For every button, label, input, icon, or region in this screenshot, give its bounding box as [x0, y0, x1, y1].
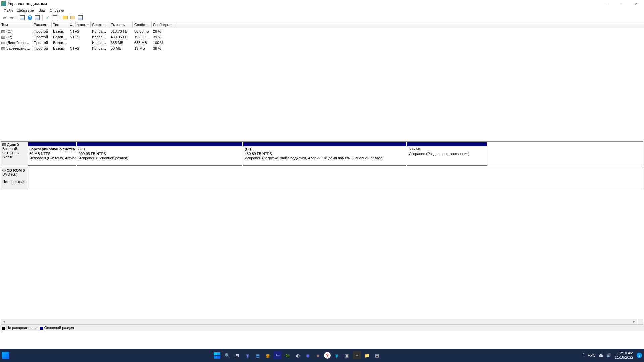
partition-block[interactable]: 635 МБИсправен (Раздел восстановления) — [407, 142, 487, 166]
partition-block[interactable]: Зарезервировано системой50 МБ NTFSИсправ… — [28, 142, 76, 166]
maximize-button[interactable]: □ — [613, 0, 629, 7]
toolbar-separator — [60, 15, 60, 21]
taskbar-app-anydesk[interactable]: ▣ — [343, 351, 351, 359]
back-button[interactable] — [2, 15, 8, 21]
window-title: Управление дисками — [8, 1, 47, 6]
scroll-corner — [638, 319, 643, 325]
search-button[interactable]: 🔍 — [223, 351, 231, 359]
attach-vhd-button[interactable] — [62, 15, 68, 21]
close-button[interactable]: ✕ — [629, 0, 644, 7]
partition-strip — [27, 167, 643, 190]
menu-help[interactable]: Справка — [48, 8, 66, 13]
clock-date: 11/18/2022 — [615, 355, 633, 360]
forward-button[interactable] — [9, 15, 15, 21]
taskbar-app-minecraft[interactable]: ◆ — [314, 351, 322, 359]
widgets-button[interactable] — [2, 352, 9, 359]
horizontal-scrollbar[interactable] — [1, 319, 637, 325]
disk-info: CD-ROM 0DVD (G:)Нет носителя — [1, 167, 27, 190]
toolbar-separator — [42, 15, 43, 21]
disk-row[interactable]: CD-ROM 0DVD (G:)Нет носителя — [1, 167, 643, 190]
col-volume[interactable]: Том — [0, 22, 32, 28]
menu-view[interactable]: Вид — [36, 8, 47, 13]
taskbar-app-terminal[interactable]: ▪ — [353, 351, 361, 359]
minimize-button[interactable]: — — [598, 0, 613, 7]
network-icon[interactable]: 🖧 — [599, 353, 603, 358]
col-spacer — [175, 22, 644, 28]
settings-button[interactable] — [77, 15, 83, 21]
help-button[interactable]: ? — [27, 15, 33, 21]
col-free[interactable]: Свобод... — [133, 22, 152, 28]
volume-list: Том Располо... Тип Файловая с... Состоян… — [0, 22, 644, 140]
volume-list-header: Том Располо... Тип Файловая с... Состоян… — [0, 22, 644, 28]
partition-block[interactable]: (E:)499.95 ГБ NTFSИсправен (Основной раз… — [77, 142, 242, 166]
taskbar-app-steam[interactable]: ◐ — [294, 351, 302, 359]
col-layout[interactable]: Располо... — [32, 22, 52, 28]
system-tray: ˄ РУС 🖧 🔊 12:10 AM 11/18/2022 3 — [582, 351, 642, 360]
disk-graphic-view: Диск 0Базовый931.51 ГБВ сетиЗарезервиров… — [0, 141, 644, 319]
detach-vhd-button[interactable] — [70, 15, 76, 21]
cdrom-icon — [2, 169, 6, 172]
hdd-icon — [2, 143, 6, 146]
taskbar-clock[interactable]: 12:10 AM 11/18/2022 — [615, 351, 633, 360]
toolbar-separator — [17, 15, 17, 21]
clock-time: 12:10 AM — [615, 351, 633, 355]
legend-unallocated: Не распределена — [2, 326, 37, 330]
taskbar-app-explorer[interactable]: 📁 — [363, 351, 371, 359]
language-indicator[interactable]: РУС — [588, 353, 596, 358]
taskbar-app-discord[interactable]: ◉ — [304, 351, 312, 359]
taskbar-app-paint[interactable]: ▦ — [264, 351, 272, 359]
taskbar-app-notepad[interactable]: ▤ — [254, 351, 262, 359]
toolbar: ? — [0, 13, 644, 22]
partition-color-bar — [28, 142, 76, 146]
task-view-button[interactable]: ⊞ — [233, 351, 241, 359]
menu-action[interactable]: Действие — [15, 8, 36, 13]
taskbar-app-yandex[interactable]: Y — [324, 352, 331, 359]
volume-row[interactable]: (C:)ПростойБазовыйNTFSИсправен...313.70 … — [0, 28, 644, 34]
partition-strip: Зарезервировано системой50 МБ NTFSИсправ… — [27, 142, 643, 166]
volume-icon[interactable]: 🔊 — [606, 353, 611, 358]
window-controls: — □ ✕ — [598, 0, 644, 7]
partition-block[interactable]: (C:)430.89 ГБ NTFSИсправен (Загрузка, Фа… — [243, 142, 406, 166]
notification-badge[interactable]: 3 — [637, 353, 642, 358]
app-icon — [1, 1, 6, 6]
menu-bar: Файл Действие Вид Справка — [0, 7, 644, 13]
volume-row[interactable]: Зарезервировано...ПростойБазовыйNTFSИспр… — [0, 45, 644, 51]
disk-info: Диск 0Базовый931.51 ГБВ сети — [1, 142, 27, 166]
start-button[interactable] — [213, 351, 221, 359]
drive-icon — [1, 36, 5, 39]
rescan-button[interactable] — [52, 15, 58, 21]
taskbar-app-edge[interactable]: ◉ — [333, 351, 341, 359]
tray-overflow-icon[interactable]: ˄ — [582, 353, 584, 358]
col-type[interactable]: Тип — [52, 22, 68, 28]
drive-icon — [1, 47, 5, 50]
legend-primary: Основной раздел — [40, 326, 74, 330]
taskbar: 🔍 ⊞ ◉ ▤ ▦ An 🛍 ◐ ◉ ◆ Y ◉ ▣ ▪ 📁 ▤ ˄ РУС 🖧… — [0, 349, 644, 362]
col-status[interactable]: Состояние — [91, 22, 109, 28]
partition-color-bar — [77, 142, 242, 146]
disk-row[interactable]: Диск 0Базовый931.51 ГБВ сетиЗарезервиров… — [1, 141, 643, 166]
drive-icon — [1, 30, 5, 33]
show-console-button[interactable] — [19, 15, 25, 21]
taskbar-app-diskmgmt[interactable]: ▤ — [373, 351, 381, 359]
taskbar-app-animate[interactable]: An — [274, 351, 282, 359]
col-free-percent[interactable]: Свободно % — [152, 22, 175, 28]
legend-bar: Не распределена Основной раздел — [0, 325, 644, 331]
partition-color-bar — [243, 142, 406, 146]
col-capacity[interactable]: Емкость — [109, 22, 133, 28]
taskbar-center: 🔍 ⊞ ◉ ▤ ▦ An 🛍 ◐ ◉ ◆ Y ◉ ▣ ▪ 📁 ▤ — [213, 351, 381, 359]
taskbar-app-store[interactable]: 🛍 — [284, 351, 292, 359]
title-bar: Управление дисками — □ ✕ — [0, 0, 644, 7]
volume-row[interactable]: (Диск 0 раздел 4)ПростойБазовыйИсправен.… — [0, 40, 644, 45]
drive-icon — [1, 42, 5, 44]
menu-file[interactable]: Файл — [2, 8, 15, 13]
partition-color-bar — [407, 142, 487, 146]
volume-row[interactable]: (E:)ПростойБазовыйNTFSИсправен...499.95 … — [0, 34, 644, 40]
refresh-button[interactable] — [45, 15, 51, 21]
taskbar-app-teams[interactable]: ◉ — [244, 351, 252, 359]
properties-button[interactable] — [34, 15, 40, 21]
col-filesystem[interactable]: Файловая с... — [68, 22, 91, 28]
